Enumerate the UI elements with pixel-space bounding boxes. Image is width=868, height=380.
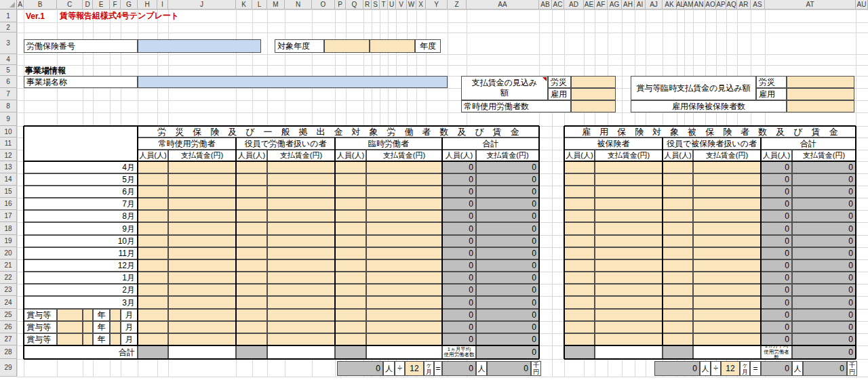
column-header-Y[interactable]: Y — [426, 0, 448, 9]
right-wage-input[interactable] — [693, 247, 761, 259]
column-header-AS[interactable]: AS — [751, 0, 765, 9]
left-wage-input[interactable] — [267, 198, 335, 210]
right-wage-input[interactable] — [693, 321, 761, 333]
left-wage-input[interactable] — [366, 161, 442, 173]
workplace-name-input[interactable] — [138, 76, 448, 88]
row-header-12[interactable]: 12 — [0, 150, 17, 161]
right-wage-input[interactable] — [595, 296, 663, 309]
left-wage-input[interactable] — [168, 198, 236, 210]
row-header-2[interactable]: 2 — [0, 22, 17, 33]
left-wage-input[interactable] — [267, 309, 335, 321]
left-person-input[interactable] — [335, 173, 366, 186]
column-header-O[interactable]: O — [312, 0, 335, 9]
left-wage-input[interactable] — [366, 186, 442, 198]
left-wage-input[interactable] — [366, 284, 442, 296]
left-wage-input[interactable] — [267, 272, 335, 284]
column-header-AH[interactable]: AH — [622, 0, 635, 9]
left-wage-input[interactable] — [168, 186, 236, 198]
row-header-14[interactable]: 14 — [0, 173, 17, 186]
right-person-input[interactable] — [564, 173, 595, 186]
row-header-18[interactable]: 18 — [0, 222, 17, 235]
left-person-input[interactable] — [236, 186, 267, 198]
right-wage-input[interactable] — [693, 198, 761, 210]
left-wage-input[interactable] — [267, 321, 335, 333]
left-person-input[interactable] — [138, 222, 168, 235]
column-header-AK[interactable]: AK — [663, 0, 677, 9]
left-wage-input[interactable] — [168, 247, 236, 259]
right-person-input[interactable] — [663, 333, 693, 345]
left-person-input[interactable] — [335, 259, 366, 272]
left-wage-input[interactable] — [168, 235, 236, 247]
right-person-input[interactable] — [663, 259, 693, 272]
left-person-input[interactable] — [138, 259, 168, 272]
left-person-input[interactable] — [236, 321, 267, 333]
left-person-input[interactable] — [236, 173, 267, 186]
row-header-28[interactable]: 28 — [0, 345, 17, 359]
column-header-S[interactable]: S — [372, 0, 380, 9]
left-wage-input[interactable] — [267, 173, 335, 186]
right-person-input[interactable] — [564, 198, 595, 210]
column-header-Z[interactable]: Z — [448, 0, 467, 9]
left-person-input[interactable] — [138, 296, 168, 309]
right-person-input[interactable] — [663, 272, 693, 284]
right-person-input[interactable] — [564, 309, 595, 321]
right-person-input[interactable] — [564, 235, 595, 247]
left-wage-input[interactable] — [168, 296, 236, 309]
bonus-expected-koyo-input[interactable] — [787, 88, 854, 100]
row-header-26[interactable]: 26 — [0, 321, 17, 333]
left-person-input[interactable] — [236, 210, 267, 222]
column-header-C[interactable]: C — [57, 0, 83, 9]
right-person-input[interactable] — [564, 284, 595, 296]
column-header-AA[interactable]: AA — [467, 0, 539, 9]
left-person-input[interactable] — [138, 161, 168, 173]
left-wage-input[interactable] — [168, 333, 236, 345]
row-header-22[interactable]: 22 — [0, 272, 17, 284]
column-header-V[interactable]: V — [396, 0, 407, 9]
left-person-input[interactable] — [236, 247, 267, 259]
right-wage-input[interactable] — [595, 210, 663, 222]
left-person-input[interactable] — [138, 186, 168, 198]
right-wage-input[interactable] — [693, 296, 761, 309]
right-person-input[interactable] — [564, 333, 595, 345]
bonus-month-input[interactable] — [110, 309, 121, 321]
row-header-6[interactable]: 6 — [0, 76, 17, 88]
right-wage-input[interactable] — [595, 222, 663, 235]
bonus-year-input[interactable] — [83, 321, 93, 333]
left-wage-input[interactable] — [267, 259, 335, 272]
column-header-AI[interactable]: AI — [635, 0, 646, 9]
column-header-I[interactable]: I — [157, 0, 168, 9]
bonus-era-input[interactable] — [57, 309, 83, 321]
column-header-A[interactable]: A — [17, 0, 24, 9]
bonus-expected-rosai-input[interactable] — [787, 76, 854, 88]
right-wage-input[interactable] — [693, 272, 761, 284]
left-wage-input[interactable] — [366, 247, 442, 259]
right-person-input[interactable] — [564, 222, 595, 235]
column-header-AB[interactable]: AB — [539, 0, 552, 9]
column-header-J[interactable]: J — [168, 0, 236, 9]
column-header-P[interactable]: P — [335, 0, 346, 9]
left-wage-input[interactable] — [168, 161, 236, 173]
row-header-13[interactable]: 13 — [0, 161, 17, 173]
row-header-29[interactable]: 29 — [0, 359, 17, 377]
left-wage-input[interactable] — [168, 222, 236, 235]
column-header-B[interactable]: B — [24, 0, 57, 9]
left-person-input[interactable] — [335, 296, 366, 309]
right-person-input[interactable] — [663, 309, 693, 321]
row-header-20[interactable]: 20 — [0, 247, 17, 259]
right-person-input[interactable] — [663, 198, 693, 210]
left-wage-input[interactable] — [267, 296, 335, 309]
left-person-input[interactable] — [138, 235, 168, 247]
row-header-24[interactable]: 24 — [0, 296, 17, 309]
column-header-AG[interactable]: AG — [608, 0, 622, 9]
right-person-input[interactable] — [663, 321, 693, 333]
right-person-input[interactable] — [663, 235, 693, 247]
right-wage-input[interactable] — [595, 161, 663, 173]
row-header-27[interactable]: 27 — [0, 333, 17, 345]
right-person-input[interactable] — [564, 210, 595, 222]
left-wage-input[interactable] — [366, 296, 442, 309]
right-wage-input[interactable] — [595, 173, 663, 186]
right-person-input[interactable] — [564, 259, 595, 272]
bonus-year-input[interactable] — [83, 333, 93, 345]
row-header-23[interactable]: 23 — [0, 284, 17, 296]
right-wage-input[interactable] — [693, 309, 761, 321]
